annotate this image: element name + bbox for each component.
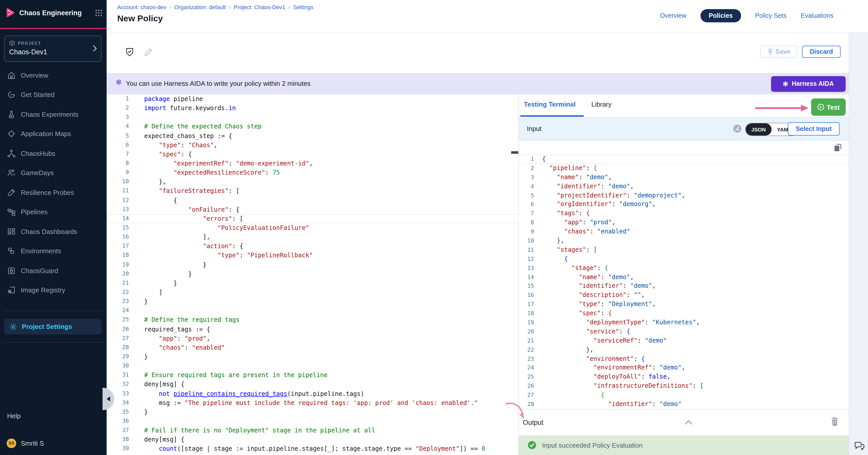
code-line[interactable]: 27 { [519,391,849,400]
code-line[interactable]: 15 "PolicyEvaluationFailure" [106,223,518,232]
code-line[interactable]: 16 ], [106,232,518,241]
harness-aida-button[interactable]: ✻ Harness AIDA [771,76,846,92]
code-line[interactable]: 20 "service": { [519,327,849,336]
input-json-editor[interactable]: 1{2 "pipeline": {3 "name": "demo",4 "ide… [519,155,849,409]
code-line[interactable]: 26 "infrastructureDefinitions": [ [519,382,849,391]
breadcrumb-account[interactable]: Account: chaos-dev [117,4,166,10]
sidebar-item-environments[interactable]: Environments [0,241,106,261]
code-line[interactable]: 11 "stages": [ [519,246,849,255]
tab-library[interactable]: Library [591,100,612,108]
code-line[interactable]: 29} [106,352,518,361]
code-line[interactable]: 2 "pipeline": { [519,164,849,173]
chevron-up-icon[interactable] [685,420,692,425]
code-line[interactable]: 19 "deploymentType": "Kubernetes", [519,318,849,327]
sidebar-item-application-maps[interactable]: Application Maps [0,124,106,143]
sidebar-item-chaoshubs[interactable]: ChaosHubs [0,143,106,163]
code-line[interactable]: 6 "type": "Chaos", [106,140,518,150]
support-chat-icon[interactable] [853,440,865,452]
code-line[interactable]: 10 }, [106,177,518,187]
sidebar-item-project-settings[interactable]: Project Settings [4,319,101,334]
code-line[interactable]: 4 "identifier": "demo", [519,182,849,191]
code-line[interactable]: 28 "identifier": "demo" [519,400,849,409]
code-line[interactable]: 34 msg := "The pipeline must include the… [106,398,518,407]
sidebar-item-get-started[interactable]: Get Started [0,85,106,104]
breadcrumb-organization[interactable]: Organization: default [174,4,226,10]
sidebar-item-overview[interactable]: Overview [0,65,106,85]
code-line[interactable]: 10 }, [519,236,849,246]
code-line[interactable]: 15 "identifier": "demo", [519,282,849,291]
discard-button[interactable]: Discard [802,46,841,58]
code-line[interactable]: 5expected_chaos_step := { [106,131,518,140]
code-line[interactable]: 14 "errors": [ [106,214,518,223]
sidebar-item-help[interactable]: ? Help [0,408,106,423]
code-line[interactable]: 3 "name": "demo", [519,173,849,182]
code-line[interactable]: 5 "projectIdentifier": "demoproject", [519,191,849,200]
code-line[interactable]: 1package pipeline [106,94,518,103]
toggle-json[interactable]: JSON [746,123,771,135]
code-line[interactable]: 25# Define the required tags [106,316,518,325]
sidebar-item-image-registry[interactable]: Image Registry [0,281,106,300]
project-selector[interactable]: PROJECT Chaos-Dev1 [4,35,101,62]
sidebar-item-resilience-probes[interactable]: Resilience Probes [0,183,106,202]
code-line[interactable]: 7 "tags": { [519,209,849,219]
code-line[interactable]: 4# Define the expected Chaos step [106,122,518,131]
code-line[interactable]: 26required_tags := { [106,325,518,334]
code-line[interactable]: 39 count([stage | stage := input.pipelin… [106,444,518,453]
code-line[interactable]: 17 "action": { [106,242,518,251]
sidebar-item-chaos-dashboards[interactable]: Chaos Dashboards [0,222,106,241]
code-line[interactable]: 31# Ensure required tags are present in … [106,370,518,380]
tab-policy-sets[interactable]: Policy Sets [755,12,786,19]
sidebar-item-pipelines[interactable]: Pipelines [0,202,106,222]
code-line[interactable]: 8 "app": "prod", [519,218,849,227]
code-line[interactable]: 36 [106,417,518,426]
code-line[interactable]: 18 "spec": { [519,309,849,318]
save-button[interactable]: Save [761,46,798,58]
test-button[interactable]: Test [811,98,846,116]
code-line[interactable]: 9 "chaos": "enabled" [519,227,849,236]
edit-pencil-icon[interactable] [144,48,153,57]
code-line[interactable]: 38deny[msg] { [106,435,518,444]
code-line[interactable]: 21 "serviceRef": "demo" [519,336,849,346]
code-line[interactable]: 2import future.keywords.in [106,103,518,113]
trash-icon[interactable] [831,417,839,426]
sidebar-item-user[interactable]: SS Smriti S [0,435,106,451]
code-line[interactable]: 23 "environment": { [519,355,849,364]
app-switcher-icon[interactable] [95,9,102,17]
code-line[interactable]: 6 "orgIdentifier": "demoorg", [519,200,849,209]
tab-overview[interactable]: Overview [660,12,686,19]
code-line[interactable]: 17 "type": "Deployment", [519,300,849,309]
tab-evaluations[interactable]: Evaluations [801,12,834,19]
code-line[interactable]: 3 [106,113,518,122]
code-line[interactable]: 28 "chaos": "enabled" [106,343,518,352]
code-line[interactable]: 27 "app": "prod", [106,334,518,343]
copy-icon[interactable] [834,143,842,152]
code-line[interactable]: 30 [106,361,518,370]
code-line[interactable]: 37# Fail if there is no "Deployment" sta… [106,426,518,435]
code-line[interactable]: 20 } [106,269,518,279]
code-line[interactable]: 8 "experimentRef": "demo-experiment-id", [106,159,518,168]
tab-policies[interactable]: Policies [701,9,741,22]
code-line[interactable]: 25 "deployToAll": false, [519,373,849,382]
sidebar-item-chaos-experiments[interactable]: Chaos Experiments [0,104,106,124]
code-line[interactable]: 22 ] [106,288,518,297]
code-line[interactable]: 12 { [519,255,849,264]
code-line[interactable]: 22 }, [519,345,849,355]
code-line[interactable]: 19 } [106,260,518,269]
code-line[interactable]: 16 "description": "", [519,291,849,300]
sidebar-item-chaosguard[interactable]: ChaosGuard [0,261,106,281]
code-line[interactable]: 13 "stage": { [519,264,849,273]
code-line[interactable]: 24 [106,306,518,315]
code-line[interactable]: 1{ [519,155,849,164]
code-line[interactable]: 24 "environmentRef": "demo", [519,364,849,373]
code-line[interactable]: 9 "expectedResilienceScore": 75 [106,168,518,177]
code-line[interactable]: 32deny[msg] { [106,380,518,389]
code-line[interactable]: 21 } [106,279,518,288]
code-line[interactable]: 35} [106,408,518,417]
code-line[interactable]: 14 "name": "demo", [519,273,849,282]
code-line[interactable]: 7 "spec": { [106,150,518,159]
breadcrumb-project[interactable]: Project: Chaos-Dev1 [234,4,285,10]
code-line[interactable]: 33 not pipeline_contains_required_tags(i… [106,389,518,398]
code-line[interactable]: 23} [106,297,518,306]
code-line[interactable]: 13 "onFailure": { [106,205,518,214]
code-line[interactable]: 11 "failureStrategies": [ [106,187,518,196]
